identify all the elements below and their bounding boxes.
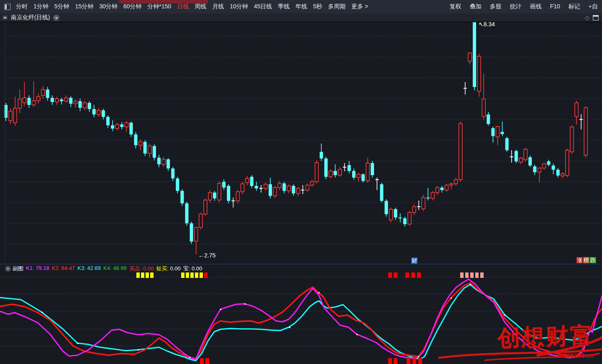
- indicator-header: ▾ 副图 K1: 79.18K2: 64.47K3: 42.69K4: 48.9…: [0, 265, 602, 272]
- period-tab-5分钟[interactable]: 5分钟: [51, 3, 72, 10]
- diamond-icon[interactable]: ◇: [585, 14, 589, 21]
- indicator-stat-短买: 短买: 0.00: [156, 265, 181, 272]
- period-tab-分钟*150[interactable]: 分钟*150: [144, 3, 174, 10]
- period-tab-1分钟[interactable]: 1分钟: [31, 3, 51, 10]
- symbol-title: 南京化纤(日线): [11, 14, 50, 21]
- rank-tag-榜[interactable]: 榜: [583, 257, 589, 263]
- cai-info-tag[interactable]: 财: [411, 257, 418, 264]
- chevron-down-icon[interactable]: ▾: [53, 15, 59, 21]
- indicator-name[interactable]: 副图: [13, 265, 23, 272]
- indicator-stat-K3: K3: 42.69: [77, 265, 101, 272]
- watermark-url: 995168.cn: [564, 352, 594, 359]
- toolbar-action-统计[interactable]: 统计: [506, 3, 526, 10]
- rank-tag-跌[interactable]: 跌: [590, 257, 596, 263]
- watermark-text: 创想财富: [497, 320, 595, 354]
- period-tab-5秒[interactable]: 5秒: [310, 3, 325, 10]
- indicator-collapse-icon[interactable]: ▾: [5, 266, 11, 272]
- toolbar-action-复权[interactable]: 复权: [446, 3, 466, 10]
- indicator-stat-K2: K2: 64.47: [52, 265, 75, 272]
- period-tab-15分钟[interactable]: 15分钟: [72, 3, 97, 10]
- low-price-label: ←2.75: [198, 252, 215, 259]
- indicator-stat-K4: K4: 48.99: [103, 265, 127, 272]
- period-tab-30分钟[interactable]: 30分钟: [96, 3, 120, 10]
- period-tab-分时[interactable]: 分时: [13, 3, 31, 10]
- period-tab-季线[interactable]: 季线: [275, 3, 292, 10]
- indicator-stat-宝: 宝: 0.00: [183, 265, 202, 272]
- rank-tags: 涨榜跌: [576, 257, 596, 263]
- panel-toggle-icon[interactable]: [4, 4, 10, 10]
- period-tab-60分钟[interactable]: 60分钟: [120, 3, 145, 10]
- period-tab-日线[interactable]: 日线: [174, 3, 192, 10]
- period-tab-45日线[interactable]: 45日线: [251, 3, 275, 10]
- toolbar-action-F10[interactable]: F10: [546, 3, 564, 10]
- price-and-indicator-chart-canvas[interactable]: [0, 0, 602, 364]
- high-price-label: ↖8.34: [479, 21, 495, 28]
- rank-tag-涨[interactable]: 涨: [576, 257, 583, 263]
- chart-left-border: [5, 22, 5, 264]
- period-tab-周线[interactable]: 周线: [192, 3, 209, 10]
- period-toolbar: 分时1分钟5分钟15分钟30分钟60分钟分钟*150日线周线月线10分钟45日线…: [0, 0, 602, 14]
- toolbar-action-叠加[interactable]: 叠加: [466, 3, 486, 10]
- period-tab-月线[interactable]: 月线: [209, 3, 227, 10]
- indicator-stat-K1: K1: 79.18: [26, 265, 49, 272]
- toolbar-action-多股[interactable]: 多股: [486, 3, 506, 10]
- indicator-values: K1: 79.18K2: 64.47K3: 42.69K4: 48.99买点: …: [26, 265, 205, 272]
- toolbar-actions: 复权叠加多股统计画线F10标记+自: [446, 3, 602, 10]
- period-tabs: 分时1分钟5分钟15分钟30分钟60分钟分钟*150日线周线月线10分钟45日线…: [13, 3, 371, 10]
- indicator-stat-买点: 买点: 0.00: [129, 265, 154, 272]
- period-tab-多周期[interactable]: 多周期: [325, 3, 348, 10]
- period-tab-年线[interactable]: 年线: [292, 3, 310, 10]
- chart-title-bar: 南京化纤(日线) ▾ ◇: [0, 13, 602, 22]
- period-tab-更多 >[interactable]: 更多 >: [348, 3, 371, 10]
- toolbar-action-画线[interactable]: 画线: [526, 3, 546, 10]
- collapse-pane-icon[interactable]: [3, 15, 8, 20]
- trading-app-window: 分时1分钟5分钟15分钟30分钟60分钟分钟*150日线周线月线10分钟45日线…: [0, 0, 602, 364]
- toolbar-action-标记[interactable]: 标记: [564, 3, 584, 10]
- window-icon[interactable]: [593, 15, 599, 20]
- period-tab-10分钟[interactable]: 10分钟: [227, 3, 251, 10]
- toolbar-action-+自[interactable]: +自: [584, 3, 602, 10]
- background-window-fragment: [119, 0, 208, 3]
